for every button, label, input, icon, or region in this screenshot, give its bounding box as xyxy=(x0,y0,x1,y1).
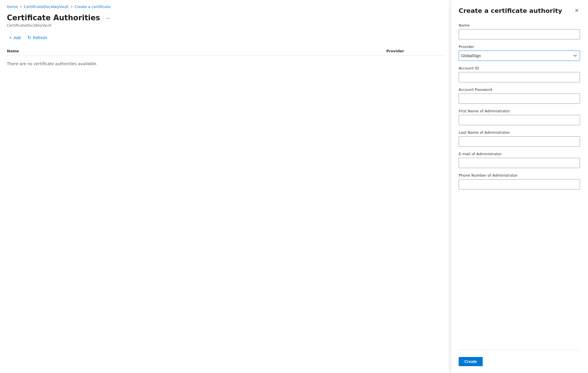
account-password-label: Account Password xyxy=(459,87,580,92)
provider-label: Provider xyxy=(459,45,580,49)
email-field-group: E-mail of Administrator xyxy=(459,152,580,168)
right-panel: Create a certificate authority ✕ Name Pr… xyxy=(451,0,588,373)
refresh-button[interactable]: ↻ Refresh xyxy=(25,33,49,42)
last-name-field-group: Last Name of Administrator xyxy=(459,130,580,147)
panel-footer: Create xyxy=(459,350,580,366)
provider-select[interactable]: GlobalSign DigiCert xyxy=(459,51,580,61)
phone-label: Phone Number of Administrator xyxy=(459,173,580,177)
account-password-input[interactable] xyxy=(459,93,580,104)
refresh-icon: ↻ xyxy=(27,35,31,40)
add-button[interactable]: + Add xyxy=(7,33,23,42)
first-name-label: First Name of Administrator xyxy=(459,109,580,113)
column-name: Name xyxy=(7,49,386,53)
close-button[interactable]: ✕ xyxy=(573,7,580,14)
breadcrumb-home[interactable]: Home xyxy=(7,5,18,9)
first-name-field-group: First Name of Administrator xyxy=(459,109,580,125)
panel-header: Create a certificate authority ✕ xyxy=(459,7,580,15)
account-id-field-group: Account ID xyxy=(459,66,580,82)
account-id-input[interactable] xyxy=(459,72,580,82)
name-field-group: Name xyxy=(459,23,580,39)
last-name-input[interactable] xyxy=(459,136,580,147)
page-title: Certificate Authorities xyxy=(7,13,100,22)
more-options-button[interactable]: ··· xyxy=(104,14,112,23)
name-input[interactable] xyxy=(459,29,580,39)
add-label: Add xyxy=(13,35,21,40)
add-icon: + xyxy=(9,35,12,40)
page-subtitle: CertificateDocsKeyVault xyxy=(7,23,444,27)
account-id-label: Account ID xyxy=(459,66,580,70)
column-provider: Provider xyxy=(386,49,444,53)
phone-field-group: Phone Number of Administrator xyxy=(459,173,580,190)
breadcrumb-keyvault[interactable]: CertificateDocsKeyVault xyxy=(24,5,69,9)
left-panel: Home > CertificateDocsKeyVault > Create … xyxy=(0,0,451,373)
phone-input[interactable] xyxy=(459,179,580,190)
breadcrumb: Home > CertificateDocsKeyVault > Create … xyxy=(7,5,444,9)
toolbar: + Add ↻ Refresh xyxy=(7,33,444,42)
breadcrumb-chevron-1: > xyxy=(19,5,22,9)
panel-title: Create a certificate authority xyxy=(459,7,562,15)
account-password-field-group: Account Password xyxy=(459,87,580,104)
email-input[interactable] xyxy=(459,158,580,168)
empty-message: There are no certificate authorities ava… xyxy=(7,56,444,72)
last-name-label: Last Name of Administrator xyxy=(459,130,580,135)
email-label: E-mail of Administrator xyxy=(459,152,580,156)
table-header: Name Provider xyxy=(7,47,444,56)
name-label: Name xyxy=(459,23,580,27)
breadcrumb-create-cert[interactable]: Create a certificate xyxy=(75,5,110,9)
refresh-label: Refresh xyxy=(33,35,47,40)
breadcrumb-chevron-2: > xyxy=(70,5,73,9)
provider-field-group: Provider GlobalSign DigiCert xyxy=(459,45,580,61)
create-button[interactable]: Create xyxy=(459,357,483,366)
first-name-input[interactable] xyxy=(459,115,580,125)
